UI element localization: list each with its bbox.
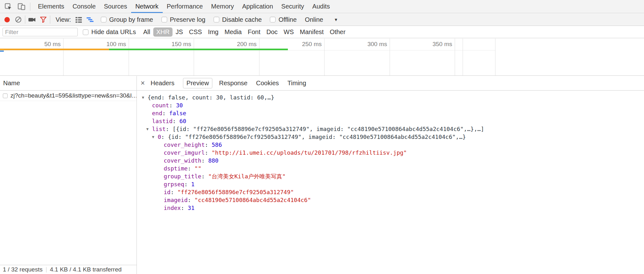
filter-pill-ws[interactable]: WS [281,27,297,37]
detail-tab-headers[interactable]: Headers [150,78,174,88]
tab-performance[interactable]: Performance [163,0,207,13]
checkbox-label: Hide data URLs [91,28,136,36]
tree-line: group_title: "台湾美女Kila户外唯美写真" [139,172,644,180]
detail-tabbar: × HeadersPreviewResponseCookiesTiming [137,76,644,91]
name-column-header[interactable]: Name [0,76,137,91]
tree-line: cover_height: 586 [139,141,644,149]
checkbox-box[interactable] [214,17,219,22]
filter-type-pills: AllXHRJSCSSImgMediaFontDocWSManifestOthe… [140,27,349,37]
timeline-tick-label: 100 ms [106,41,129,48]
filter-pill-css[interactable]: CSS [186,27,205,37]
filter-pill-xhr[interactable]: XHR [153,27,172,37]
detail-tab-preview[interactable]: Preview [183,78,212,88]
clear-button[interactable] [13,14,24,25]
screenshot-capture-icon[interactable] [26,14,38,25]
timeline-tick-label: 300 ms [368,41,390,48]
inspect-element-icon[interactable] [3,1,14,12]
checkbox-group-by-frame[interactable]: Group by frame [101,16,153,23]
token: : [169,102,176,109]
timeline-gridline [495,39,495,75]
filter-pill-all[interactable]: All [140,27,153,37]
token: : [181,205,188,211]
request-list: zj?ch=beauty&t1=595&listtype=new&sn=30&l… [0,91,137,101]
checkbox-box[interactable] [101,17,106,22]
tree-line: end: false [139,109,644,117]
expand-arrow-icon[interactable]: ▼ [146,125,152,133]
checkbox-box[interactable] [83,29,88,35]
device-toolbar-icon[interactable] [16,1,27,12]
token: group_title [164,173,201,180]
expand-arrow-icon[interactable]: ▼ [142,94,148,102]
overview-toggle-icon[interactable] [84,14,96,25]
divider [30,3,30,11]
token: "cc48190e57100864abc4d55a2c4104c6" [195,197,311,203]
token: "ff276e8056f58896e7cf92505a312749" [177,189,294,195]
filter-pill-other[interactable]: Other [327,27,348,37]
token: lastid [152,118,173,124]
token: : [166,126,173,132]
expand-arrow-icon[interactable]: ▼ [152,133,158,141]
filter-pill-manifest[interactable]: Manifest [297,27,327,37]
network-main: Name zj?ch=beauty&t1=595&listtype=new&sn… [0,76,644,274]
divider [46,267,46,272]
filter-pill-img[interactable]: Img [205,27,221,37]
request-checkbox[interactable] [3,93,8,98]
ruler-divider [0,50,495,51]
timeline-gridline [455,39,455,75]
tab-console[interactable]: Console [68,0,100,13]
filter-pill-doc[interactable]: Doc [264,27,281,37]
detail-tab-cookies[interactable]: Cookies [256,78,279,88]
filter-input[interactable] [3,28,78,36]
filter-pill-font[interactable]: Font [245,27,263,37]
tab-application[interactable]: Application [238,0,277,13]
token: 586 [212,141,222,148]
tree-line: ▼list: [{id: "ff276e8056f58896e7cf92505a… [139,125,644,133]
token: "http://i1.umei.cc/uploads/tu/201701/798… [212,149,407,156]
throttling-value: Online [305,16,323,23]
filter-icon[interactable] [38,14,49,25]
checkbox-offline[interactable]: Offline [270,16,296,23]
token: : [184,181,191,188]
tab-network[interactable]: Network [131,0,162,13]
checkbox-disable-cache[interactable]: Disable cache [214,16,262,23]
token: count [152,102,169,109]
throttling-dropdown[interactable]: Online ▼ [305,16,338,23]
checkbox-hide-data-urls[interactable]: Hide data URLs [83,28,136,36]
tab-elements[interactable]: Elements [34,0,68,13]
checkbox-box[interactable] [161,17,167,22]
checkbox-preserve-log[interactable]: Preserve log [161,16,205,23]
filter-pill-media[interactable]: Media [222,27,244,37]
timeline-gridline [129,39,129,75]
tree-line: ▼{end: false, count: 30, lastid: 60,…} [139,93,644,101]
timeline-tick-label: 50 ms [44,41,63,48]
detail-panel: × HeadersPreviewResponseCookiesTiming ▼{… [137,76,644,274]
checkbox-box[interactable] [270,17,276,22]
record-button[interactable] [1,14,13,25]
detail-tab-response[interactable]: Response [219,78,247,88]
token: 60 [179,118,186,124]
timeline-overview[interactable]: 50 ms100 ms150 ms200 ms250 ms300 ms350 m… [0,39,644,76]
token: : [188,165,195,172]
filter-pill-js[interactable]: JS [173,27,186,37]
status-bar: 1 / 32 requests 4.1 KB / 4.1 KB transfer… [0,265,137,274]
divider [25,15,25,24]
tree-line: id: "ff276e8056f58896e7cf92505a312749" [139,188,644,196]
tab-audits[interactable]: Audits [308,0,334,13]
tab-sources[interactable]: Sources [100,0,131,13]
token: list [152,126,166,132]
timeline-gridline [194,39,194,75]
tab-security[interactable]: Security [277,0,308,13]
tree-line: index: 31 [139,204,644,212]
network-toolbar: View: Group by framePreserve logDisable … [0,14,644,26]
token: end [152,110,162,116]
token: index [164,205,181,211]
large-request-rows-icon[interactable] [73,14,84,25]
tab-memory[interactable]: Memory [207,0,238,13]
token: 31 [188,205,195,211]
token: 1 [191,181,195,188]
request-row[interactable]: zj?ch=beauty&t1=595&listtype=new&sn=30&l… [0,91,137,101]
tree-line: cover_width: 880 [139,157,644,164]
detail-tab-timing[interactable]: Timing [288,78,306,88]
token: grpseq [164,181,184,188]
close-icon[interactable]: × [141,80,145,87]
